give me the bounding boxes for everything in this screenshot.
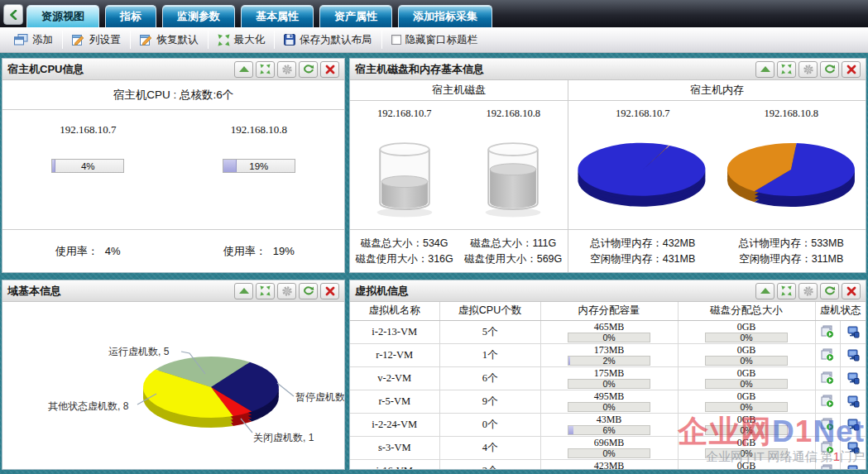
settings-button[interactable] <box>798 283 818 299</box>
collapse-icon <box>760 66 770 72</box>
col-vcpu-count[interactable]: 虚拟CPU个数 <box>439 302 540 320</box>
vm-status-console[interactable] <box>840 390 866 413</box>
collapse-button[interactable] <box>234 283 253 299</box>
col-vm-name[interactable]: 虚拟机名称 <box>350 302 439 320</box>
vm-status-running[interactable] <box>816 321 841 343</box>
collapse-button[interactable] <box>755 283 774 299</box>
vm-running-icon[interactable] <box>821 441 834 454</box>
panel-header[interactable]: 域基本信息 <box>2 280 344 302</box>
vm-status-running[interactable] <box>816 414 841 436</box>
vm-status-console[interactable] <box>840 437 866 459</box>
stat-value: 316G <box>428 253 453 265</box>
vm-console-icon[interactable] <box>846 325 860 338</box>
panel-header[interactable]: 宿主机磁盘和内存基本信息 <box>350 59 866 80</box>
vm-console-icon[interactable] <box>846 348 860 361</box>
tab-label: 基本属性 <box>256 9 299 24</box>
refresh-button[interactable] <box>299 61 318 78</box>
settings-button[interactable] <box>798 61 818 78</box>
maximize-button[interactable] <box>777 283 796 299</box>
collapse-button[interactable] <box>755 61 774 78</box>
vm-console-icon[interactable] <box>846 418 860 431</box>
host-ip: 192.168.10.8 <box>717 101 866 126</box>
vm-status-running[interactable] <box>816 390 841 413</box>
column-settings-button[interactable]: 列设置 <box>63 31 130 49</box>
vm-running-icon[interactable] <box>821 325 834 338</box>
maximize-icon <box>781 285 792 296</box>
vm-console-icon[interactable] <box>846 464 860 469</box>
vm-running-icon[interactable] <box>821 418 834 431</box>
vm-status-running[interactable] <box>816 460 841 470</box>
panel-title: 域基本信息 <box>7 284 232 299</box>
checkbox-icon[interactable] <box>391 35 401 45</box>
vm-console-icon[interactable] <box>846 371 860 385</box>
tab-resource-view[interactable]: 资源视图 <box>26 5 99 27</box>
vm-status-console[interactable] <box>840 414 866 436</box>
table-row[interactable]: i-2-24-VM0个43MB6%0GB0% <box>350 413 866 436</box>
disk-usage-bar: 0% <box>705 379 788 389</box>
table-row[interactable]: r-12-VM1个173MB2%0GB0% <box>350 343 866 366</box>
vm-status-running[interactable] <box>816 437 841 459</box>
maximize-button[interactable] <box>256 61 275 78</box>
back-button[interactable] <box>3 4 23 25</box>
refresh-button[interactable] <box>820 61 839 78</box>
vm-running-icon[interactable] <box>821 371 834 385</box>
host-ip: 192.168.10.8 <box>459 101 568 126</box>
collapse-icon <box>239 66 249 72</box>
vm-running-icon[interactable] <box>821 395 834 408</box>
table-row[interactable]: i-16-VM2个423MB0%0GB0% <box>350 459 866 469</box>
tab-indicators[interactable]: 指标 <box>105 5 156 27</box>
table-row[interactable]: i-2-13-VM5个465MB0%0GB0% <box>350 320 866 343</box>
tab-add-indicator-collect[interactable]: 添加指标采集 <box>398 5 492 27</box>
maximize-button[interactable]: 最大化 <box>209 31 275 49</box>
vm-status-running[interactable] <box>816 367 841 390</box>
vm-status-console[interactable] <box>840 344 866 366</box>
table-row[interactable]: r-5-VM9个495MB0%0GB0% <box>350 390 866 413</box>
memory-usage-bar: 0% <box>568 402 650 412</box>
collapse-button[interactable] <box>234 61 253 78</box>
vm-status-running[interactable] <box>816 344 841 366</box>
close-button[interactable] <box>320 283 339 299</box>
table-row[interactable]: s-3-VM4个696MB0%0GB0% <box>350 436 866 459</box>
vm-status-console[interactable] <box>840 367 866 390</box>
vm-status-console[interactable] <box>840 460 866 470</box>
vm-running-icon[interactable] <box>821 464 834 469</box>
hide-window-titlebar-toggle[interactable]: 隐藏窗口标题栏 <box>382 31 487 49</box>
tab-asset-properties[interactable]: 资产属性 <box>319 5 392 27</box>
table-row[interactable]: v-2-VM6个175MB0%0GB0% <box>350 366 866 390</box>
restore-default-button[interactable]: 恢复默认 <box>131 31 208 49</box>
close-button[interactable] <box>842 61 861 78</box>
close-button[interactable] <box>842 283 861 299</box>
vm-memory-cell: 465MB0% <box>540 320 678 343</box>
add-window-icon <box>14 34 28 45</box>
refresh-button[interactable] <box>820 283 839 299</box>
vm-status-console[interactable] <box>840 321 866 343</box>
vm-disk-cell: 0GB0% <box>678 343 815 366</box>
tool-label: 最大化 <box>234 33 266 47</box>
settings-button[interactable] <box>277 283 296 299</box>
panel-header[interactable]: 虚拟机信息 <box>350 280 866 302</box>
settings-button[interactable] <box>277 61 296 78</box>
tab-monitor-params[interactable]: 监测参数 <box>162 5 235 27</box>
refresh-button[interactable] <box>299 283 318 299</box>
stat-label: 磁盘总大小： <box>470 237 532 249</box>
add-button[interactable]: 添加 <box>5 31 62 49</box>
vm-console-icon[interactable] <box>846 441 860 454</box>
col-memory-alloc[interactable]: 内存分配容量 <box>540 302 678 320</box>
usage-label: 使用率： <box>55 244 98 259</box>
gear-icon <box>803 285 814 297</box>
vm-console-icon[interactable] <box>846 395 860 408</box>
maximize-button[interactable] <box>777 61 796 78</box>
memory-usage-bar: 0% <box>568 379 650 389</box>
close-button[interactable] <box>320 61 339 78</box>
col-disk-alloc[interactable]: 磁盘分配总大小 <box>678 302 815 320</box>
tab-label: 指标 <box>120 9 141 24</box>
panel-header[interactable]: 宿主机CPU信息 <box>2 59 344 80</box>
save-default-layout-button[interactable]: 保存为默认布局 <box>275 31 381 49</box>
cpu-usage-bar: 19% <box>223 159 295 173</box>
col-vm-status[interactable]: 虚机状态 <box>815 302 866 320</box>
disk-usage-bar: 0% <box>705 448 788 458</box>
maximize-button[interactable] <box>256 283 275 299</box>
vm-running-icon[interactable] <box>821 348 834 361</box>
tab-basic-properties[interactable]: 基本属性 <box>241 5 314 27</box>
panel-host-cpu: 宿主机CPU信息 <box>2 58 345 273</box>
